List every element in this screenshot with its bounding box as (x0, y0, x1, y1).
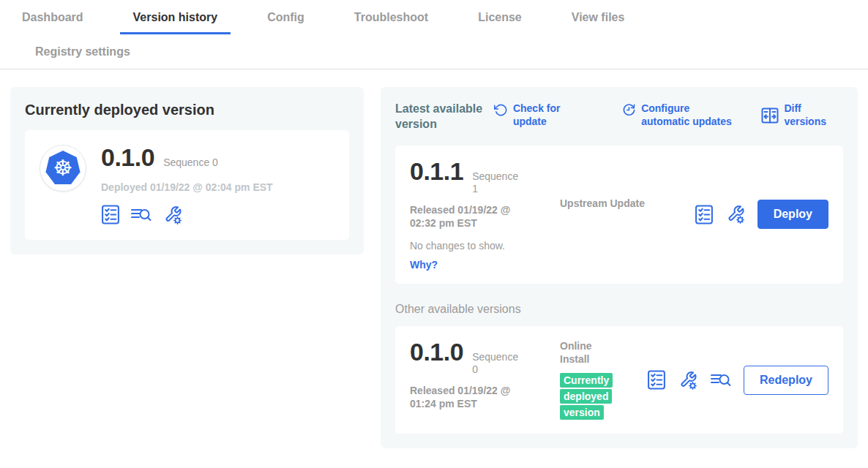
nav-row-2: Registry settings (9, 34, 868, 69)
tab-config[interactable]: Config (254, 0, 318, 34)
kubernetes-wheel-glyph: ☸ (53, 157, 73, 179)
other-version-info: 0.1.0 Sequence 0 Released 01/19/22 @ 01:… (410, 339, 560, 420)
top-navigation: Dashboard Version history Config Trouble… (0, 0, 868, 69)
version-row: 0.1.0 Sequence 0 (410, 339, 560, 377)
deployed-version-number: 0.1.0 (101, 145, 154, 171)
deployed-sequence-label: Sequence 0 (163, 156, 218, 170)
other-sequence-label: Sequence 0 (472, 351, 520, 377)
deployed-timestamp: Deployed 01/19/22 @ 02:04 pm EST (101, 181, 273, 193)
wrench-gear-icon[interactable] (162, 205, 183, 225)
main-content: Currently deployed version ☸ 0.1.0 Seque… (0, 69, 868, 448)
deployed-version-card: ☸ 0.1.0 Sequence 0 Deployed 01/19/22 @ 0… (25, 130, 349, 240)
checklist-icon[interactable] (647, 370, 666, 390)
redeploy-button[interactable]: Redeploy (744, 366, 828, 395)
currently-deployed-badge-wrap: Currently deployed version (560, 372, 613, 420)
available-header: Latest available version Check for updat… (395, 102, 843, 132)
latest-actions: Deploy (695, 200, 828, 229)
latest-released-timestamp: Released 01/19/22 @ 02:32 pm EST (410, 203, 527, 230)
logs-search-icon[interactable] (130, 205, 152, 224)
other-version-card: 0.1.0 Sequence 0 Released 01/19/22 @ 01:… (395, 326, 843, 434)
latest-version-card: 0.1.1 Sequence 1 Released 01/19/22 @ 02:… (395, 146, 843, 284)
no-changes-text: No changes to show. (410, 240, 560, 252)
latest-sequence-label: Sequence 1 (472, 170, 520, 196)
version-row: 0.1.1 Sequence 1 (410, 159, 560, 196)
check-for-update-label: Check for update (513, 102, 593, 128)
version-row: 0.1.0 Sequence 0 (101, 145, 273, 171)
other-actions: Redeploy (647, 366, 828, 395)
wrench-gear-icon[interactable] (725, 204, 746, 224)
configure-automatic-updates-label: Configure automatic updates (641, 102, 732, 128)
checklist-icon[interactable] (695, 205, 714, 224)
diff-versions-link[interactable]: Diff versions (761, 102, 843, 128)
tab-registry-settings[interactable]: Registry settings (22, 34, 143, 69)
deploy-button[interactable]: Deploy (757, 200, 828, 229)
deployed-version-details: 0.1.0 Sequence 0 Deployed 01/19/22 @ 02:… (101, 145, 273, 225)
tab-version-history[interactable]: Version history (120, 0, 231, 34)
currently-deployed-title: Currently deployed version (25, 102, 349, 118)
tab-dashboard[interactable]: Dashboard (9, 0, 97, 34)
currently-deployed-badge: Currently deployed version (560, 373, 613, 420)
other-source-label: Online Install (560, 339, 611, 366)
tab-troubleshoot[interactable]: Troubleshoot (341, 0, 441, 34)
checklist-icon[interactable] (101, 205, 120, 224)
diff-versions-icon (761, 107, 779, 124)
logs-search-icon[interactable] (710, 371, 732, 390)
latest-source-label: Upstream Update (560, 197, 648, 271)
app-logo: ☸ (40, 145, 86, 192)
wrench-gear-icon[interactable] (678, 370, 698, 390)
schedule-update-icon (622, 103, 636, 117)
other-source-column: Online Install Currently deployed versio… (560, 339, 613, 420)
latest-version-info: 0.1.1 Sequence 1 Released 01/19/22 @ 02:… (410, 159, 560, 271)
why-link[interactable]: Why? (410, 259, 560, 271)
deployed-action-icons (101, 205, 273, 225)
refresh-ccw-icon (494, 103, 508, 117)
configure-automatic-updates-link[interactable]: Configure automatic updates (622, 102, 732, 128)
diff-versions-label: Diff versions (784, 102, 843, 128)
other-available-versions-title: Other available versions (395, 303, 843, 316)
currently-deployed-panel: Currently deployed version ☸ 0.1.0 Seque… (10, 87, 364, 254)
nav-row-1: Dashboard Version history Config Trouble… (9, 0, 868, 34)
other-version-number: 0.1.0 (410, 339, 463, 366)
latest-available-title: Latest available version (395, 102, 494, 132)
check-for-update-link[interactable]: Check for update (494, 102, 593, 128)
kubernetes-icon: ☸ (45, 151, 81, 186)
other-released-timestamp: Released 01/19/22 @ 01:24 pm EST (410, 384, 527, 410)
tab-license[interactable]: License (465, 0, 535, 34)
available-versions-panel: Latest available version Check for updat… (381, 87, 858, 448)
latest-version-number: 0.1.1 (410, 159, 463, 185)
tab-view-files[interactable]: View files (558, 0, 638, 34)
